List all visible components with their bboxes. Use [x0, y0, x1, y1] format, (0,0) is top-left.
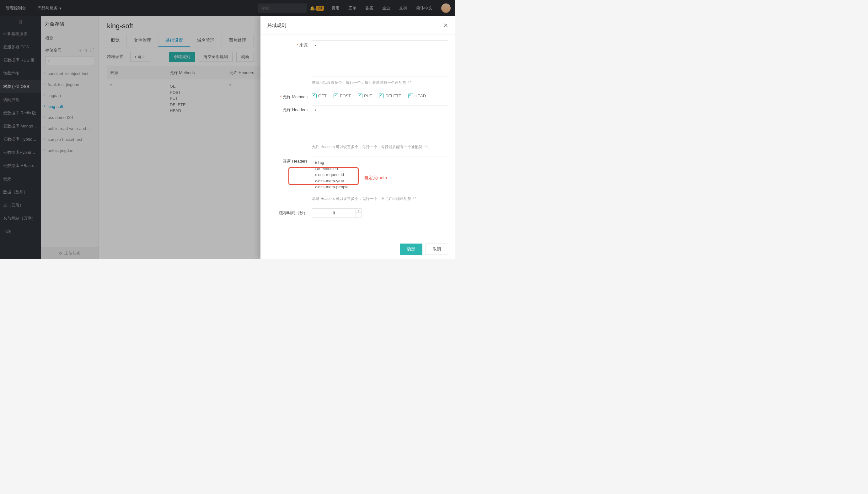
checkbox-icon: [333, 94, 338, 98]
method-checkbox[interactable]: GET: [312, 94, 327, 98]
checkbox-label: HEAD: [414, 94, 426, 98]
cors-rule-panel: 跨域规则 ✕ *来源 来源可以设置多个，每行一个，每行最多能有一个通配符「*」 …: [261, 16, 455, 259]
panel-title: 跨域规则: [267, 23, 443, 28]
cancel-button[interactable]: 取消: [426, 244, 448, 255]
checkbox-label: POST: [340, 94, 351, 98]
checkbox-icon: [358, 94, 363, 98]
method-checkbox[interactable]: DELETE: [379, 94, 401, 98]
checkbox-label: PUT: [364, 94, 372, 98]
checkbox-label: DELETE: [385, 94, 401, 98]
checkbox-icon: [379, 94, 384, 98]
cache-label: 缓存时间（秒）: [267, 208, 312, 217]
panel-footer: 确定 取消: [261, 239, 455, 259]
expose-headers-label: 暴露 Headers: [267, 157, 312, 206]
allow-headers-input[interactable]: [312, 105, 448, 141]
origin-label: *来源: [267, 40, 312, 90]
checkbox-icon: [312, 94, 316, 98]
checkbox-icon: [408, 94, 413, 98]
origin-input[interactable]: [312, 40, 448, 77]
method-checkbox[interactable]: HEAD: [408, 94, 426, 98]
allow-headers-label: 允许 Headers: [267, 105, 312, 154]
close-icon[interactable]: ✕: [443, 22, 448, 29]
cache-stepper: ＋ －: [312, 208, 448, 217]
method-checkbox[interactable]: PUT: [358, 94, 372, 98]
method-checkbox[interactable]: POST: [333, 94, 351, 98]
step-up-icon[interactable]: ＋: [356, 209, 361, 212]
checkbox-label: GET: [318, 94, 327, 98]
allow-headers-hint: 允许 Headers 可以设置多个，每行一个，每行最多能有一个通配符「*」: [312, 145, 448, 150]
panel-header: 跨域规则 ✕: [261, 16, 455, 35]
expose-headers-input[interactable]: [312, 157, 448, 193]
expose-headers-hint: 暴露 Headers 可以设置多个，每行一个，不允许出现通配符「*」: [312, 196, 448, 202]
ok-button[interactable]: 确定: [400, 244, 422, 255]
step-down-icon[interactable]: －: [356, 212, 361, 216]
cache-input[interactable]: [312, 208, 356, 217]
methods-label: *允许 Methods: [267, 92, 312, 102]
methods-checks: GETPOSTPUTDELETEHEAD: [312, 92, 448, 98]
panel-body: *来源 来源可以设置多个，每行一个，每行最多能有一个通配符「*」 *允许 Met…: [261, 35, 455, 239]
origin-hint: 来源可以设置多个，每行一个，每行最多能有一个通配符「*」: [312, 80, 448, 86]
